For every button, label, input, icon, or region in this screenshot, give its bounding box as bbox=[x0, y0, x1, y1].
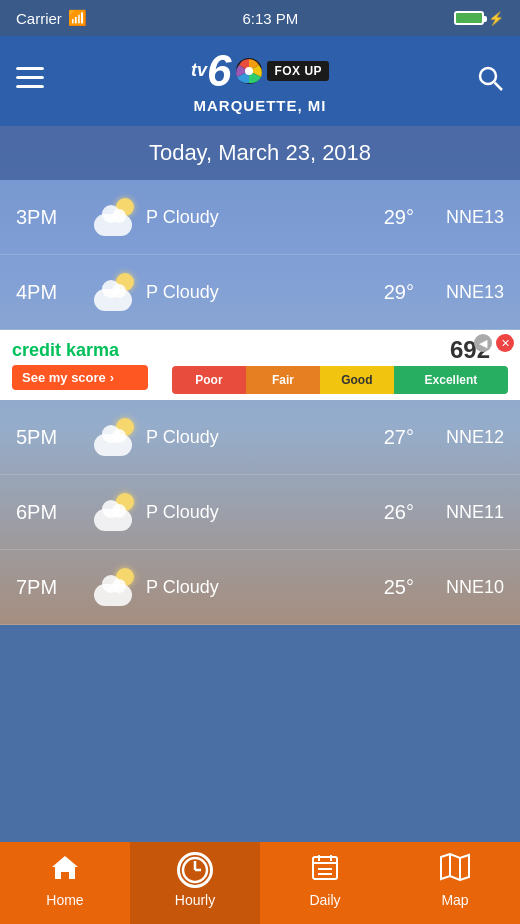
status-time: 6:13 PM bbox=[242, 10, 298, 27]
svg-marker-16 bbox=[441, 854, 469, 880]
svg-line-6 bbox=[494, 83, 502, 91]
svg-rect-0 bbox=[16, 67, 44, 70]
svg-point-4 bbox=[245, 67, 253, 75]
search-button[interactable] bbox=[476, 64, 504, 98]
weather-icon bbox=[86, 568, 146, 606]
logo-area: tv 6 FOX UP MARQUETTE, MI bbox=[191, 49, 329, 114]
daily-label: Daily bbox=[309, 892, 340, 908]
row-temp: 26° bbox=[384, 501, 414, 524]
station-logo: tv 6 FOX UP bbox=[191, 49, 329, 93]
row-time: 5PM bbox=[16, 426, 86, 449]
score-fair: Fair bbox=[246, 366, 320, 394]
location-text: MARQUETTE, MI bbox=[193, 97, 326, 114]
nav-daily[interactable]: Daily bbox=[260, 842, 390, 924]
carrier-info: Carrier 📶 bbox=[16, 9, 87, 27]
weather-icon bbox=[86, 418, 146, 456]
charging-icon: ⚡ bbox=[488, 11, 504, 26]
carrier-text: Carrier bbox=[16, 10, 62, 27]
score-good: Good bbox=[320, 366, 394, 394]
arrow-icon: › bbox=[110, 370, 114, 385]
weather-row: 4PM P Cloudy 29° NNE13 bbox=[0, 255, 520, 330]
date-text: Today, March 23, 2018 bbox=[149, 140, 371, 165]
daily-icon bbox=[311, 853, 339, 888]
tv-text: tv bbox=[191, 60, 207, 81]
svg-rect-2 bbox=[16, 85, 44, 88]
row-wind: NNE11 bbox=[434, 502, 504, 523]
score-bar-container: Poor Fair Good Excellent bbox=[160, 366, 520, 398]
score-bar: Poor Fair Good Excellent bbox=[172, 366, 508, 394]
weather-rows-top: 3PM P Cloudy 29° NNE13 4PM P Cloudy 29° … bbox=[0, 180, 520, 330]
hamburger-button[interactable] bbox=[16, 67, 44, 95]
row-temp: 29° bbox=[384, 281, 414, 304]
svg-rect-1 bbox=[16, 76, 44, 79]
weather-icon bbox=[86, 273, 146, 311]
battery-indicator: ⚡ bbox=[454, 11, 504, 26]
app-header: tv 6 FOX UP MARQUETTE, MI bbox=[0, 36, 520, 126]
nbc-peacock-icon bbox=[235, 57, 263, 85]
row-wind: NNE13 bbox=[434, 207, 504, 228]
row-condition: P Cloudy bbox=[146, 207, 384, 228]
status-bar: Carrier 📶 6:13 PM ⚡ bbox=[0, 0, 520, 36]
weather-rows-bottom: 5PM P Cloudy 27° NNE12 6PM P Cloudy 26° … bbox=[0, 400, 520, 625]
wifi-icon: 📶 bbox=[68, 9, 87, 27]
see-score-label: See my score bbox=[22, 370, 106, 385]
ad-controls: ◀ ✕ bbox=[474, 334, 514, 352]
row-wind: NNE10 bbox=[434, 577, 504, 598]
weather-icon bbox=[86, 493, 146, 531]
row-condition: P Cloudy bbox=[146, 502, 384, 523]
row-condition: P Cloudy bbox=[146, 282, 384, 303]
ad-left-panel: credit karma See my score › bbox=[0, 330, 160, 400]
bottom-nav: Home Hourly Daily bbox=[0, 842, 520, 924]
ad-banner[interactable]: credit karma See my score › 692 ◀ ✕ Poor… bbox=[0, 330, 520, 400]
nav-hourly[interactable]: Hourly bbox=[130, 842, 260, 924]
row-wind: NNE12 bbox=[434, 427, 504, 448]
row-time: 6PM bbox=[16, 501, 86, 524]
row-temp: 25° bbox=[384, 576, 414, 599]
nav-home[interactable]: Home bbox=[0, 842, 130, 924]
ad-prev-button[interactable]: ◀ bbox=[474, 334, 492, 352]
row-time: 7PM bbox=[16, 576, 86, 599]
battery-bar bbox=[454, 11, 484, 25]
hourly-label: Hourly bbox=[175, 892, 215, 908]
row-time: 4PM bbox=[16, 281, 86, 304]
foxup-logo: FOX UP bbox=[267, 61, 329, 81]
weather-row: 5PM P Cloudy 27° NNE12 bbox=[0, 400, 520, 475]
row-temp: 29° bbox=[384, 206, 414, 229]
svg-point-5 bbox=[480, 68, 496, 84]
row-wind: NNE13 bbox=[434, 282, 504, 303]
home-label: Home bbox=[46, 892, 83, 908]
weather-icon bbox=[86, 198, 146, 236]
ad-right-panel: 692 ◀ ✕ Poor Fair Good Excellent bbox=[160, 330, 520, 400]
channel-number: 6 bbox=[207, 49, 231, 93]
nav-map[interactable]: Map bbox=[390, 842, 520, 924]
map-label: Map bbox=[441, 892, 468, 908]
row-condition: P Cloudy bbox=[146, 427, 384, 448]
weather-row: 7PM P Cloudy 25° NNE10 bbox=[0, 550, 520, 625]
map-icon bbox=[440, 853, 470, 888]
row-condition: P Cloudy bbox=[146, 577, 384, 598]
hourly-icon bbox=[177, 852, 213, 888]
row-time: 3PM bbox=[16, 206, 86, 229]
score-display: 692 ◀ ✕ bbox=[160, 330, 520, 366]
date-bar: Today, March 23, 2018 bbox=[0, 126, 520, 180]
see-score-button[interactable]: See my score › bbox=[12, 365, 148, 390]
home-icon bbox=[50, 853, 80, 888]
credit-karma-logo: credit karma bbox=[12, 340, 148, 362]
row-temp: 27° bbox=[384, 426, 414, 449]
weather-row: 6PM P Cloudy 26° NNE11 bbox=[0, 475, 520, 550]
score-excellent: Excellent bbox=[394, 366, 508, 394]
weather-row: 3PM P Cloudy 29° NNE13 bbox=[0, 180, 520, 255]
weather-content: Today, March 23, 2018 3PM P Cloudy 29° N… bbox=[0, 126, 520, 625]
ad-close-button[interactable]: ✕ bbox=[496, 334, 514, 352]
score-poor: Poor bbox=[172, 366, 246, 394]
